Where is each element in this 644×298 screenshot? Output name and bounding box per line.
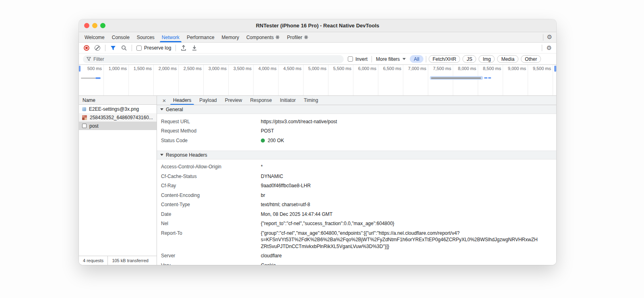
image-thumbnail-icon <box>82 107 86 111</box>
header-row: Status Code 200 OK <box>157 136 556 145</box>
more-filters-label: More filters <box>376 56 400 62</box>
header-row: Request Method POST <box>157 126 556 136</box>
tab-profiler[interactable]: Profiler <box>283 32 312 42</box>
tab-components[interactable]: Components <box>243 32 283 42</box>
section-title: Response Headers <box>166 152 207 158</box>
network-main: Name E2EE-settings@3x.png 258435352_6486… <box>79 96 556 265</box>
network-toolbar: Preserve log ⚙ <box>79 43 556 54</box>
request-row[interactable]: 258435352_648609743160... <box>79 113 157 122</box>
network-overview-timeline[interactable]: 500 ms 1,000 ms 1,500 ms 2,000 ms 2,500 … <box>79 64 556 96</box>
header-name: Report-To <box>161 230 261 250</box>
devtools-tab-bar: Welcome Console Sources Network Performa… <box>79 32 556 43</box>
title-bar: RNTester (iPhone 16 Pro) - React Native … <box>79 19 556 32</box>
header-row: Cf-Cache-Status DYNAMIC <box>157 172 556 181</box>
upload-icon <box>180 45 187 51</box>
filter-funnel-icon <box>87 57 91 61</box>
request-type-chips: All Fetch/XHR JS Img Media Other <box>410 55 541 63</box>
header-name: Request URL <box>161 118 261 125</box>
timeline-tick: 7,500 ms <box>428 65 453 95</box>
zoom-window-button[interactable] <box>100 23 105 28</box>
divider <box>426 56 426 62</box>
close-window-button[interactable] <box>84 23 89 28</box>
header-value: POST <box>261 128 551 135</box>
waterfall-bar <box>431 77 481 79</box>
more-filters-button[interactable]: More filters <box>376 56 406 62</box>
timeline-tick: 8,500 ms <box>478 65 503 95</box>
divider <box>542 45 542 51</box>
timeline-right-handle[interactable] <box>554 66 556 72</box>
transferred-size: 105 kB transferred <box>107 256 153 265</box>
request-detail-panel: × Headers Payload Preview Response Initi… <box>157 96 556 265</box>
header-name: Vary <box>161 262 261 265</box>
clear-icon <box>95 45 100 51</box>
request-row[interactable]: E2EE-settings@3x.png <box>79 105 157 113</box>
timeline-tick: 5,500 ms <box>328 65 353 95</box>
preserve-log-checkbox[interactable] <box>136 46 142 51</box>
timeline-tick: 6,000 ms <box>353 65 378 95</box>
request-name: 258435352_648609743160... <box>90 115 153 120</box>
invert-checkbox[interactable] <box>348 56 353 62</box>
header-row: Request URL https://ptsv3.com/t/react-na… <box>157 117 556 126</box>
tab-network[interactable]: Network <box>158 32 183 42</box>
timeline-tick: 7,000 ms <box>403 65 428 95</box>
detail-tab-preview[interactable]: Preview <box>221 96 246 105</box>
triangle-down-icon <box>160 108 163 110</box>
detail-tab-headers[interactable]: Headers <box>169 96 195 105</box>
header-row: Server cloudflare <box>157 251 556 261</box>
detail-tab-payload[interactable]: Payload <box>195 96 221 105</box>
chip-other[interactable]: Other <box>521 55 541 63</box>
header-value: DYNAMIC <box>261 173 551 180</box>
chip-fetch-xhr[interactable]: Fetch/XHR <box>429 55 460 63</box>
export-har-button[interactable] <box>180 45 187 51</box>
chip-media[interactable]: Media <box>497 55 518 63</box>
triangle-down-icon <box>160 154 163 156</box>
timeline-tick: 4,000 ms <box>254 65 279 95</box>
search-button[interactable] <box>121 45 127 51</box>
header-value: text/html; charset=utf-8 <box>261 201 551 208</box>
timeline-tick: 5,000 ms <box>303 65 328 95</box>
detail-tab-bar: × Headers Payload Preview Response Initi… <box>157 96 556 105</box>
clear-network-log-button[interactable] <box>94 45 101 51</box>
header-row: Report-To {"group":"cf-nel","max_age":60… <box>157 228 556 251</box>
chip-js[interactable]: JS <box>462 55 476 63</box>
header-name: Cf-Cache-Status <box>161 173 261 180</box>
settings-gear-icon[interactable]: ⚙ <box>547 34 552 40</box>
chip-img[interactable]: Img <box>479 55 495 63</box>
timeline-left-handle[interactable] <box>79 66 80 72</box>
section-title: General <box>166 107 183 112</box>
requests-name-column-header[interactable]: Name <box>79 96 157 105</box>
funnel-icon <box>110 46 116 51</box>
filter-input[interactable] <box>93 56 340 62</box>
import-har-button[interactable] <box>191 45 198 51</box>
react-atom-icon <box>304 35 308 39</box>
invert-filter-toggle[interactable]: Invert <box>348 56 367 62</box>
filter-bar: Invert More filters All Fetch/XHR JS Img… <box>79 54 556 64</box>
detail-tab-response[interactable]: Response <box>246 96 276 105</box>
header-row: Content-Encoding br <box>157 190 556 200</box>
tab-console[interactable]: Console <box>108 32 133 42</box>
header-row: Content-Type text/html; charset=utf-8 <box>157 200 556 210</box>
tab-sources[interactable]: Sources <box>133 32 158 42</box>
chip-all[interactable]: All <box>410 55 423 63</box>
minimize-window-button[interactable] <box>92 23 97 28</box>
divider <box>543 34 543 41</box>
divider <box>105 45 105 51</box>
network-status-bar: 4 requests 105 kB transferred <box>79 256 157 265</box>
preserve-log-toggle[interactable]: Preserve log <box>136 45 171 51</box>
detail-tab-timing[interactable]: Timing <box>300 96 322 105</box>
request-row-selected[interactable]: post <box>79 122 157 130</box>
general-section-header[interactable]: General <box>157 105 556 114</box>
close-detail-icon[interactable]: × <box>159 96 169 105</box>
tab-performance[interactable]: Performance <box>183 32 218 42</box>
header-value: 9aad0f46ffbc0ae8-LHR <box>261 182 551 189</box>
timeline-tick: 500 ms <box>79 65 104 95</box>
tab-memory[interactable]: Memory <box>218 32 243 42</box>
request-name: post <box>89 123 99 129</box>
detail-tab-initiator[interactable]: Initiator <box>276 96 299 105</box>
response-headers-section-header[interactable]: Response Headers <box>157 151 556 159</box>
record-network-log-button[interactable] <box>83 45 90 51</box>
tab-welcome[interactable]: Welcome <box>81 32 108 42</box>
network-settings-gear-icon[interactable]: ⚙ <box>547 45 552 51</box>
filter-toggle-button[interactable] <box>110 45 116 51</box>
timeline-tick: 3,500 ms <box>229 65 254 95</box>
